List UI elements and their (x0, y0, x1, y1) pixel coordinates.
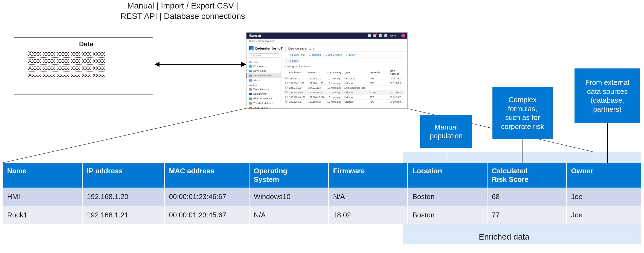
cell-ip: 192.168.1.21 (82, 206, 164, 224)
mini-cell-type: Multicast/Broadcast (343, 86, 369, 90)
sep-icon: │ (284, 46, 286, 50)
mini-navbar: Microsoft cybers… (246, 33, 407, 39)
big-table-wrap: Name IP address MAC address Operating Sy… (3, 163, 641, 224)
top-caption-line1: Manual | Import / Export CSV | (120, 1, 245, 11)
mini-cell-name: 192.168.90.126 (307, 95, 326, 100)
search-input[interactable]: ⌕ Search (249, 53, 279, 58)
mini-th-name[interactable]: Name (307, 69, 326, 76)
callout-manual: Manual population (420, 115, 472, 148)
mini-cell-type: DB Server (343, 76, 369, 81)
mini-table-row[interactable]: 192.168.1.1192.168.1.119 hours agoDB Ser… (284, 76, 405, 81)
checkbox[interactable] (285, 82, 288, 84)
cell-fw: 18.02 (328, 206, 408, 224)
mini-th-type[interactable]: Type (343, 69, 369, 76)
top-caption-line2: REST API | Database connections (120, 11, 245, 21)
arrow-right-head-icon (241, 62, 246, 67)
mini-table-row[interactable]: 192.168.90.126192.168.90.12619 hours ago… (284, 95, 405, 100)
mini-table-row[interactable]: 192.168.2.2192.168.2.219 hours agoUnknow… (284, 100, 405, 104)
sidebar-item-risk-assessment[interactable]: Risk assessment (246, 96, 281, 101)
mini-cell-act: 19 hours ago (326, 81, 343, 86)
callout-formulas: Complex formulas, such as for corporate … (492, 87, 553, 139)
mini-cell-ip: 192.168.1.1 (288, 76, 307, 81)
risk-icon (249, 97, 252, 100)
sidebar-item-device-map[interactable]: Device map (246, 69, 281, 73)
save-filter-button[interactable]: Save Filter (291, 53, 305, 56)
export-button[interactable]: Export (346, 53, 356, 56)
mini-cell-mac: 00:10:db:ff:10:00… (389, 100, 405, 104)
promo-icon[interactable] (368, 34, 371, 37)
sidebar-item-overview[interactable]: Overview (246, 64, 281, 68)
big-table-header-row: Name IP address MAC address Operating Sy… (3, 163, 641, 188)
mini-table-row[interactable]: 192.168.90.60192.168.90.6019 hours agoUn… (284, 90, 405, 95)
avatar[interactable] (401, 34, 405, 38)
edit-columns-button[interactable]: Edit Columns (325, 53, 343, 56)
bell-icon[interactable] (373, 34, 376, 37)
trends-icon (249, 102, 252, 105)
mini-cell-proto: FTP (369, 95, 389, 100)
mini-cell-ip: 224.0.0.193 (288, 86, 307, 90)
mini-table-row[interactable]: 192.168.1.133192.168.1.13319 hours agoUn… (284, 81, 405, 86)
mini-cell-name: 192.168.2.2 (307, 100, 326, 104)
checkbox[interactable] (285, 77, 288, 79)
mini-th-act[interactable]: Last Activity (326, 69, 343, 76)
help-icon[interactable] (384, 34, 387, 37)
columns-icon (325, 54, 327, 56)
mini-cell-proto: RPC (369, 81, 389, 86)
add-filter-chip[interactable]: + Add filter (284, 59, 300, 63)
mini-cell-ip: 192.168.90.126 (288, 95, 307, 100)
cell-mac: 00:00:01:23:46:67 (164, 188, 249, 206)
sidebar-item-alerts[interactable]: Alerts (246, 78, 281, 82)
mini-table-row[interactable]: 224.0.0.193224.0.0.19319 hours agoMultic… (284, 86, 405, 90)
th-risk: Calculated Risk Score (487, 163, 566, 188)
sidebar-item-attack-vector[interactable]: Attack vector (246, 106, 281, 110)
sidebar-item-event-timeline[interactable]: Event timeline (246, 87, 281, 91)
table-row[interactable]: HMI 192.168.1.20 00:00:01:23:46:67 Windo… (3, 188, 641, 206)
callout-external: From external data sources (database, pa… (575, 68, 640, 123)
cell-mac: 00:00:01:23:45:67 (164, 206, 249, 224)
mini-navbar-icons: cybers… (368, 34, 405, 38)
mini-cell-name: 192.168.178.52 (307, 104, 326, 106)
data-placeholder-1: Xxxx xxxx xxxx xxx xxx xxxx (28, 50, 144, 57)
mini-cell-act: 19 hours ago (326, 90, 343, 95)
sidebar-item-data-mining[interactable]: Data mining (246, 92, 281, 96)
mini-cell-mac: 00:0c:29:7c:18:9… (389, 95, 405, 100)
mini-cell-name: 192.168.90.60 (307, 90, 326, 95)
mini-th-mac[interactable]: MAC Address (389, 69, 405, 76)
table-row[interactable]: Rock1 192.168.1.21 00:00:01:23:45:67 N/A… (3, 206, 641, 224)
mini-table: IP Address Name Last Activity Type Proto… (284, 69, 405, 105)
data-box: Data Xxxx xxxx xxxx xxx xxx xxxx Xxxx xx… (14, 37, 153, 94)
mini-cell-ip: 192.168.1.133 (288, 81, 307, 86)
mini-page-title: Device inventory (288, 46, 315, 50)
mini-cell-proto: TDS (369, 100, 389, 104)
arrow-line-icon (159, 64, 241, 65)
mini-cell-act: 19 hours ago (326, 104, 343, 106)
sidebar-item-trends[interactable]: Trends & statistics (246, 101, 281, 105)
mini-cell-type: Unknown (343, 104, 369, 106)
th-ip: IP address (82, 163, 164, 188)
mini-cell-proto (369, 86, 389, 90)
gear-icon[interactable] (379, 34, 382, 37)
mini-th-proto[interactable]: Protocols (369, 69, 389, 76)
refresh-button[interactable]: Refresh (309, 53, 321, 56)
cell-risk: 68 (487, 188, 566, 206)
breadcrumb[interactable]: Home › Device inventory (246, 39, 407, 44)
search-placeholder: Search (253, 54, 261, 57)
mini-app: Microsoft cybers… Home › Device inventor… (246, 32, 408, 108)
mini-th-ip[interactable]: IP Address (288, 69, 307, 76)
top-caption: Manual | Import / Export CSV | REST API … (120, 1, 245, 21)
checkbox[interactable] (285, 96, 288, 98)
checkbox[interactable] (285, 100, 288, 103)
overview-icon (249, 65, 252, 68)
th-name: Name (3, 163, 82, 188)
sidebar-item-device-inventory[interactable]: Device inventory (246, 73, 281, 78)
export-icon (346, 54, 348, 56)
mini-cell-proto: HTTP (369, 90, 389, 95)
big-table: Name IP address MAC address Operating Sy… (3, 163, 641, 224)
mini-table-row[interactable]: 192.168.178.52192.168.178.5219 hours ago… (284, 104, 405, 106)
checkbox[interactable] (285, 91, 288, 93)
checkbox[interactable] (285, 105, 288, 105)
cell-os: N/A (249, 206, 328, 224)
mini-sidebar: ⌕ Search Discover Overview Device map De… (246, 52, 282, 105)
checkbox[interactable] (285, 87, 288, 89)
data-placeholder-2: Xxxx xxxx xxxx xxx xxx xxxx (28, 57, 144, 64)
